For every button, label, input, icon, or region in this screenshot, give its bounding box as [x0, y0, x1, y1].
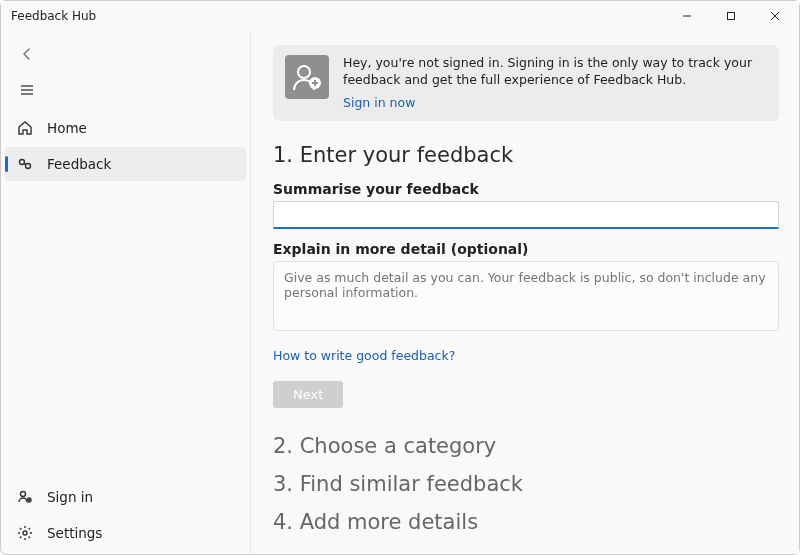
sidebar-item-home[interactable]: Home: [5, 111, 246, 145]
banner-message: Hey, you're not signed in. Signing in is…: [343, 55, 767, 89]
sidebar-item-label: Settings: [47, 525, 102, 541]
step-2-heading: 2. Choose a category: [273, 434, 779, 458]
sidebar-spacer: [5, 181, 246, 480]
back-button[interactable]: [5, 37, 246, 71]
banner-signin-link[interactable]: Sign in now: [343, 95, 415, 110]
svg-point-8: [26, 164, 31, 169]
close-button[interactable]: [753, 1, 797, 31]
sidebar-item-label: Feedback: [47, 156, 111, 172]
summary-label: Summarise your feedback: [273, 181, 779, 197]
svg-point-15: [298, 66, 310, 78]
maximize-button[interactable]: [709, 1, 753, 31]
nav-toggle-button[interactable]: [5, 73, 246, 107]
step-1-heading: 1. Enter your feedback: [273, 143, 779, 167]
svg-line-9: [24, 164, 26, 165]
summary-input[interactable]: [273, 201, 779, 229]
content-area[interactable]: Hey, you're not signed in. Signing in is…: [251, 31, 799, 554]
banner-body: Hey, you're not signed in. Signing in is…: [343, 55, 767, 111]
window-title: Feedback Hub: [11, 9, 96, 23]
help-link[interactable]: How to write good feedback?: [273, 348, 455, 363]
banner-person-add-icon: [285, 55, 329, 99]
next-button[interactable]: Next: [273, 381, 343, 408]
signin-banner: Hey, you're not signed in. Signing in is…: [273, 45, 779, 121]
sidebar-item-feedback[interactable]: Feedback: [5, 147, 246, 181]
sidebar-item-label: Home: [47, 120, 87, 136]
app-body: Home Feedback Sign in: [1, 31, 799, 554]
window-controls: [665, 1, 797, 31]
nav-footer: Sign in Settings: [5, 480, 246, 550]
sidebar-item-signin[interactable]: Sign in: [5, 480, 246, 514]
svg-point-7: [20, 160, 25, 165]
svg-point-14: [23, 531, 27, 535]
person-icon: [17, 489, 33, 505]
detail-label: Explain in more detail (optional): [273, 241, 779, 257]
minimize-button[interactable]: [665, 1, 709, 31]
app-window: Feedback Hub: [0, 0, 800, 555]
titlebar: Feedback Hub: [1, 1, 799, 31]
sidebar-item-label: Sign in: [47, 489, 93, 505]
detail-textarea[interactable]: [273, 261, 779, 331]
svg-point-10: [21, 492, 26, 497]
feedback-icon: [17, 156, 33, 172]
step-3-heading: 3. Find similar feedback: [273, 472, 779, 496]
home-icon: [17, 120, 33, 136]
step-4-heading: 4. Add more details: [273, 510, 779, 534]
sidebar: Home Feedback Sign in: [1, 31, 251, 554]
gear-icon: [17, 525, 33, 541]
nav-list: Home Feedback: [5, 111, 246, 181]
sidebar-item-settings[interactable]: Settings: [5, 516, 246, 550]
svg-rect-1: [728, 13, 735, 20]
